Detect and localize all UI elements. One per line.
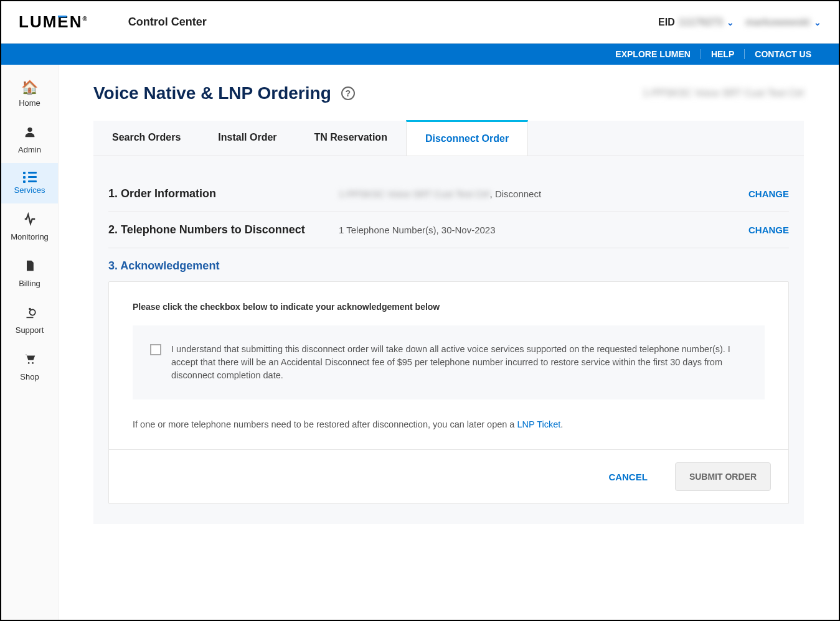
sidebar-item-support[interactable]: Support	[1, 297, 58, 343]
nav-contact-us[interactable]: CONTACT US	[744, 49, 821, 59]
tab-search-orders[interactable]: Search Orders	[93, 121, 199, 156]
sidebar-item-label: Services	[14, 185, 45, 195]
cancel-button[interactable]: CANCEL	[598, 464, 658, 490]
step-title: 1. Order Information	[108, 187, 339, 200]
activity-icon	[23, 212, 37, 230]
sidebar-item-admin[interactable]: Admin	[1, 116, 58, 163]
svg-point-3	[32, 362, 34, 364]
ack-text: I understand that submitting this discon…	[171, 343, 747, 382]
nav-explore-lumen[interactable]: EXPLORE LUMEN	[605, 49, 701, 59]
restore-note: If one or more telephone numbers need to…	[133, 419, 765, 429]
nav-help[interactable]: HELP	[701, 49, 744, 59]
app-header: LUMEN® Control Center EID 11176273 ⌄ mar…	[1, 1, 839, 44]
customer-name: 1-PPSKSC Voice SRT Cust Test Ctrl	[643, 88, 804, 99]
sidebar-item-label: Home	[19, 98, 40, 108]
ack-instruction: Please click the checkbox below to indic…	[133, 302, 765, 312]
top-navbar: EXPLORE LUMEN HELP CONTACT US	[1, 44, 839, 65]
card-footer: CANCEL SUBMIT ORDER	[109, 449, 788, 503]
user-dropdown[interactable]: markowewski ⌄	[745, 17, 821, 28]
user-icon	[23, 125, 37, 142]
svg-point-2	[27, 362, 29, 364]
help-icon[interactable]: ?	[341, 86, 355, 100]
sidebar-item-label: Support	[16, 325, 44, 335]
chevron-down-icon: ⌄	[727, 17, 734, 27]
tab-disconnect-order[interactable]: Disconnect Order	[406, 120, 528, 156]
disconnect-panel: 1. Order Information 1-PPSKSC Voice SRT …	[93, 156, 804, 524]
sidebar-item-label: Shop	[20, 372, 39, 381]
ack-checkbox-row: I understand that submitting this discon…	[133, 325, 765, 399]
submit-order-button[interactable]: SUBMIT ORDER	[675, 462, 771, 491]
eid-label: EID	[658, 17, 675, 28]
sidebar: 🏠 Home Admin Services Monitoring Bill	[1, 65, 59, 621]
sidebar-item-home[interactable]: 🏠 Home	[1, 71, 58, 116]
svg-point-0	[27, 128, 32, 132]
step-telephone-numbers: 2. Telephone Numbers to Disconnect 1 Tel…	[108, 212, 789, 248]
brand-logo: LUMEN®	[19, 12, 88, 32]
home-icon: 🏠	[21, 80, 38, 96]
tab-install-order[interactable]: Install Order	[199, 121, 295, 156]
step-summary: 1-PPSKSC Voice SRT Cust Test Ctrl, Disco…	[339, 189, 748, 199]
sidebar-item-label: Billing	[19, 279, 40, 288]
sidebar-item-shop[interactable]: Shop	[1, 343, 58, 390]
lnp-ticket-link[interactable]: LNP Ticket	[517, 419, 560, 429]
eid-value: 11176273	[679, 17, 723, 28]
sidebar-item-billing[interactable]: Billing	[1, 250, 58, 297]
ack-checkbox[interactable]	[150, 344, 161, 355]
gear-user-icon	[23, 306, 37, 323]
eid-dropdown[interactable]: EID 11176273 ⌄	[658, 17, 734, 28]
page-title: Voice Native & LNP Ordering	[93, 83, 331, 103]
header-right: EID 11176273 ⌄ markowewski ⌄	[658, 17, 821, 28]
invoice-icon	[24, 259, 36, 276]
sidebar-item-label: Admin	[18, 145, 41, 154]
step-acknowledgement-title: 3. Acknowledgement	[108, 259, 789, 273]
change-order-info-button[interactable]: CHANGE	[748, 189, 789, 199]
sidebar-item-monitoring[interactable]: Monitoring	[1, 203, 58, 250]
step-order-information: 1. Order Information 1-PPSKSC Voice SRT …	[108, 176, 789, 212]
sidebar-item-label: Monitoring	[11, 232, 49, 241]
tab-bar: Search Orders Install Order TN Reservati…	[93, 121, 804, 156]
cart-icon	[23, 352, 37, 370]
sidebar-item-services[interactable]: Services	[1, 163, 58, 203]
tab-tn-reservation[interactable]: TN Reservation	[296, 121, 406, 156]
header-subtitle: Control Center	[128, 16, 207, 29]
list-icon	[23, 172, 37, 183]
step-summary: 1 Telephone Number(s), 30-Nov-2023	[339, 225, 748, 235]
main-content: Voice Native & LNP Ordering ? 1-PPSKSC V…	[59, 65, 839, 621]
acknowledgement-card: Please click the checkbox below to indic…	[108, 281, 789, 504]
step-title: 2. Telephone Numbers to Disconnect	[108, 223, 339, 236]
user-value: markowewski	[745, 17, 810, 28]
chevron-down-icon: ⌄	[814, 17, 821, 27]
change-tn-button[interactable]: CHANGE	[748, 225, 789, 235]
